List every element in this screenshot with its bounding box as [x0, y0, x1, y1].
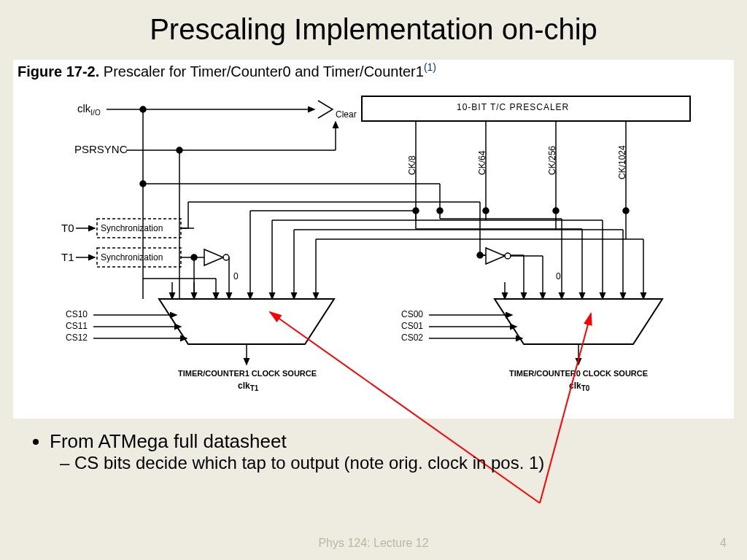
clkt1-label: clkT1: [238, 381, 258, 392]
sync0-label: Synchronization: [101, 223, 163, 233]
zero-right: 0: [556, 271, 561, 281]
bullet-1a: CS bits decide which tap to output (note…: [74, 453, 544, 473]
cs10-label: CS10: [66, 309, 88, 319]
tap-ck8: CK/8: [407, 155, 417, 175]
svg-marker-69: [204, 249, 223, 265]
bullet-1: From ATMega full datasheet CS bits decid…: [50, 430, 544, 473]
figure-area: Figure 17-2. Prescaler for Timer/Counter…: [13, 60, 734, 419]
svg-marker-83: [486, 248, 505, 264]
footer-center: Phys 124: Lecture 12: [0, 537, 747, 550]
cs01-label: CS01: [401, 321, 423, 331]
diagram-svg: [13, 60, 734, 419]
clear-label: Clear: [336, 109, 357, 120]
tap-ck64: CK/64: [477, 151, 487, 175]
svg-marker-90: [159, 299, 334, 344]
t1-label: T1: [61, 251, 74, 263]
cs11-label: CS11: [66, 321, 88, 331]
zero-left: 0: [233, 271, 239, 281]
svg-point-70: [223, 254, 229, 260]
clkt0-label: clkT0: [569, 381, 589, 392]
bullet-list: From ATMega full datasheet CS bits decid…: [34, 430, 544, 478]
svg-marker-91: [495, 299, 662, 344]
cs12-label: CS12: [66, 332, 88, 343]
cs00-label: CS00: [401, 309, 423, 319]
cs02-label: CS02: [401, 332, 423, 343]
psrsync-label: PSRSYNC: [74, 143, 128, 155]
page-number: 4: [720, 537, 727, 550]
clkio-label: clkI/O: [77, 102, 101, 117]
sync1-label: Synchronization: [101, 252, 163, 262]
out0-label: TIMER/COUNTER0 CLOCK SOURCE: [509, 369, 648, 378]
svg-point-84: [505, 253, 511, 259]
prescaler-label: 10-BIT T/C PRESCALER: [457, 102, 569, 112]
tap-ck256: CK/256: [547, 146, 557, 175]
t0-label: T0: [61, 222, 74, 234]
slide-title: Prescaling Implementation on-chip: [0, 0, 747, 46]
tap-ck1024: CK/1024: [617, 145, 627, 179]
out1-label: TIMER/COUNTER1 CLOCK SOURCE: [178, 369, 317, 378]
